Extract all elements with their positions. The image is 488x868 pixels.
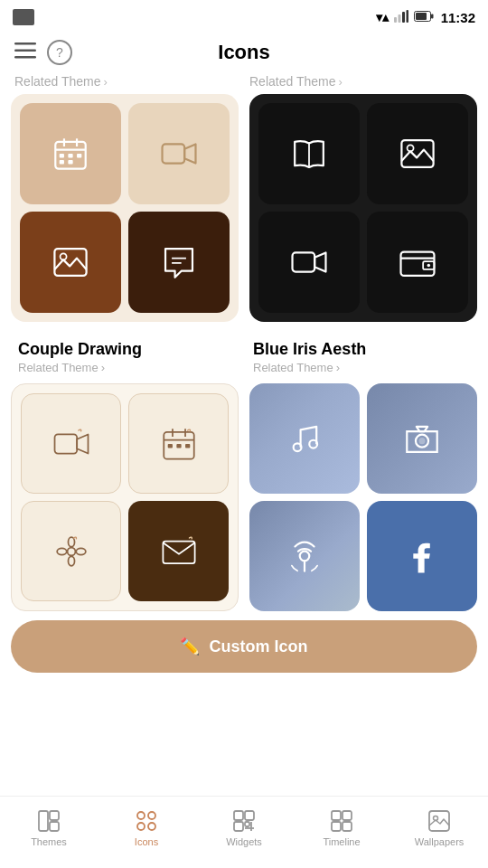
couple-drawing-title: Couple Drawing — [18, 340, 235, 359]
svg-rect-31 — [54, 434, 77, 453]
svg-rect-58 — [234, 811, 243, 820]
svg-rect-3 — [406, 10, 408, 23]
svg-point-55 — [148, 812, 155, 819]
nav-item-widgets[interactable]: Widgets — [195, 809, 293, 847]
svg-rect-60 — [234, 822, 243, 831]
help-icon[interactable]: ? — [47, 40, 72, 65]
svg-rect-19 — [163, 144, 185, 163]
svg-point-42 — [57, 548, 67, 554]
svg-rect-15 — [68, 154, 72, 157]
svg-rect-37 — [176, 444, 181, 448]
bottom-nav: Themes Icons Widgets Timeline — [0, 796, 488, 868]
chevron-right-blue: › — [336, 361, 340, 374]
svg-point-30 — [427, 264, 431, 268]
nav-item-wallpapers[interactable]: Wallpapers — [390, 809, 488, 847]
couple-drawing-card[interactable] — [11, 383, 239, 611]
row2-grids — [11, 383, 477, 611]
wifi-icon: ▾▴ — [376, 10, 389, 24]
svg-point-54 — [137, 812, 145, 819]
row1-headers: Related Theme › Related Theme › — [11, 74, 477, 89]
svg-rect-17 — [60, 160, 64, 164]
blue-iris-section: Blue Iris Aesth Related Theme › — [249, 331, 474, 383]
svg-rect-66 — [332, 822, 341, 831]
svg-rect-65 — [343, 811, 352, 820]
nav-label-icons: Icons — [135, 836, 158, 847]
icon-cell-calendar — [20, 103, 121, 204]
svg-rect-44 — [163, 541, 194, 563]
svg-point-56 — [137, 823, 145, 830]
svg-rect-1 — [398, 14, 400, 23]
svg-point-46 — [309, 440, 317, 448]
brown-theme-card[interactable] — [11, 94, 239, 322]
svg-rect-9 — [14, 56, 36, 59]
icon-cell-book — [258, 103, 360, 204]
svg-rect-7 — [14, 42, 36, 45]
status-square — [13, 9, 34, 25]
nav-item-timeline[interactable]: Timeline — [293, 809, 390, 847]
icon-cell-photo — [20, 212, 121, 313]
icon-cell-music-blue — [249, 383, 360, 494]
svg-rect-25 — [401, 140, 433, 167]
svg-rect-14 — [60, 154, 64, 157]
icon-cell-camera-blue — [367, 383, 477, 494]
svg-rect-38 — [185, 444, 190, 448]
custom-icon-label: Custom Icon — [209, 637, 307, 656]
blue-related-label: Related Theme — [253, 361, 333, 374]
svg-point-40 — [68, 537, 74, 547]
status-bar: ▾▴ 11:32 — [0, 0, 488, 33]
wallpapers-icon — [427, 809, 451, 833]
nav-item-icons[interactable]: Icons — [98, 809, 195, 847]
dark-theme-card[interactable] — [249, 94, 477, 322]
svg-rect-20 — [54, 249, 86, 276]
svg-point-39 — [67, 547, 75, 555]
svg-rect-36 — [167, 444, 172, 448]
icon-cell-video — [128, 103, 230, 204]
svg-rect-8 — [14, 49, 36, 52]
right-related-theme-header[interactable]: Related Theme › — [249, 74, 474, 89]
icon-cell-facebook-blue — [367, 501, 477, 611]
brush-icon: ✏️ — [180, 637, 200, 656]
status-right-group: ▾▴ 11:32 — [376, 10, 475, 25]
icon-cell-video-dark — [258, 212, 360, 313]
icon-cell-photo-dark — [367, 103, 468, 204]
svg-rect-61 — [245, 822, 249, 826]
svg-rect-27 — [293, 252, 315, 271]
svg-rect-16 — [77, 154, 81, 157]
svg-rect-67 — [343, 822, 352, 831]
blue-iris-card[interactable] — [249, 383, 477, 611]
svg-point-57 — [148, 823, 155, 830]
left-related-theme-header[interactable]: Related Theme › — [14, 74, 239, 89]
widgets-icon — [232, 809, 256, 833]
svg-rect-52 — [50, 811, 59, 820]
page-title: Icons — [218, 41, 269, 64]
couple-related-label: Related Theme — [18, 361, 99, 374]
time-display: 11:32 — [441, 10, 475, 25]
icon-cell-wallet-dark — [367, 212, 468, 313]
timeline-icon — [330, 809, 353, 833]
blue-iris-related[interactable]: Related Theme › — [253, 361, 474, 374]
nav-item-themes[interactable]: Themes — [0, 809, 98, 847]
menu-icon[interactable] — [14, 42, 36, 63]
svg-point-48 — [418, 438, 425, 444]
chevron-right-couple: › — [101, 361, 105, 374]
nav-label-timeline: Timeline — [323, 836, 360, 847]
related-theme-label-1: Related Theme — [14, 74, 100, 89]
battery-icon — [414, 10, 434, 24]
chevron-right-icon-1: › — [103, 75, 107, 89]
svg-rect-64 — [332, 811, 341, 820]
themes-icon — [37, 809, 61, 833]
section-titles-row: Couple Drawing Related Theme › Blue Iris… — [11, 331, 477, 383]
icon-cell-calendar-drawing — [128, 393, 229, 494]
main-content: Related Theme › Related Theme › — [0, 74, 488, 787]
icon-cell-video-drawing — [21, 393, 121, 494]
custom-icon-button[interactable]: ✏️ Custom Icon — [11, 620, 477, 673]
icon-cell-podcast-blue — [249, 501, 360, 611]
svg-rect-59 — [245, 811, 254, 820]
nav-label-widgets: Widgets — [226, 836, 262, 847]
svg-rect-18 — [68, 160, 72, 164]
row1-grids — [11, 94, 477, 322]
icon-cell-envelope-drawing — [128, 501, 229, 601]
couple-drawing-related[interactable]: Related Theme › — [18, 361, 239, 374]
svg-point-49 — [300, 552, 310, 561]
signal-icon — [394, 10, 408, 25]
